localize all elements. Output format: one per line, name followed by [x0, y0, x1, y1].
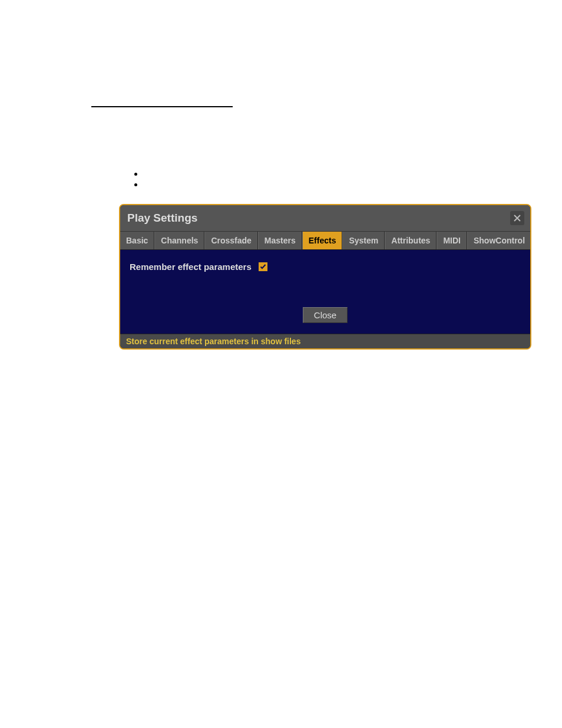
tab-system[interactable]: System — [342, 232, 385, 249]
footer-button-row: Close — [130, 307, 521, 323]
setting-label: Remember effect parameters — [130, 262, 252, 272]
remember-effect-checkbox[interactable] — [259, 262, 267, 271]
tab-bar: Basic Channels Crossfade Masters Effects… — [120, 232, 530, 250]
play-settings-dialog: Play Settings Basic Channels Crossfade M… — [119, 204, 531, 350]
tab-masters[interactable]: Masters — [258, 232, 302, 249]
tab-channels[interactable]: Channels — [154, 232, 204, 249]
tab-basic[interactable]: Basic — [120, 232, 154, 249]
close-button[interactable]: Close — [303, 307, 348, 323]
tab-attributes[interactable]: Attributes — [385, 232, 437, 249]
tab-effects[interactable]: Effects — [302, 232, 343, 249]
setting-row: Remember effect parameters — [130, 262, 521, 272]
check-icon — [260, 263, 266, 270]
tab-midi[interactable]: MIDI — [437, 232, 467, 249]
dialog-title: Play Settings — [127, 212, 197, 225]
tab-showcontrol[interactable]: ShowControl — [467, 232, 531, 249]
bullet-dot — [134, 183, 137, 186]
titlebar: Play Settings — [120, 205, 530, 232]
dialog-content: Remember effect parameters Close — [120, 250, 530, 334]
status-bar: Store current effect parameters in show … — [120, 334, 530, 348]
underline-decoration — [91, 106, 233, 107]
tab-crossfade[interactable]: Crossfade — [204, 232, 257, 249]
close-icon — [513, 214, 521, 222]
close-icon-button[interactable] — [510, 211, 524, 225]
bullet-dot — [134, 173, 137, 176]
